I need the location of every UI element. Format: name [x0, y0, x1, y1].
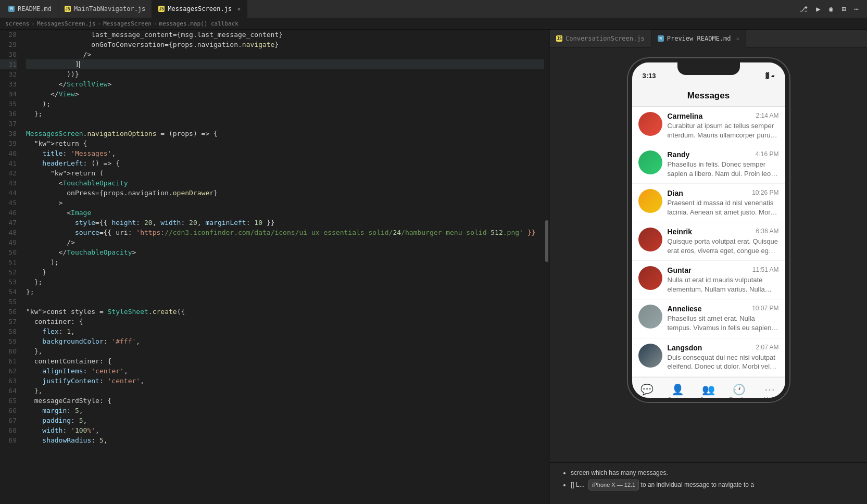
msg-time-5: 10:07 PM: [752, 305, 778, 313]
tab-preview-readme[interactable]: M Preview README.md ✕: [651, 30, 746, 48]
code-content: 2829303132333435363738394041424344454647…: [0, 30, 549, 504]
avatar-2: [638, 189, 662, 213]
code-line-66: margin: 5,: [26, 406, 544, 415]
bullet-2: [] L... iPhone X — 12.1 to an individual…: [571, 480, 857, 490]
conversation-tab-label: ConversationScreen.js: [566, 35, 645, 42]
tab-readme-label: README.md: [18, 5, 52, 12]
code-line-56: "kw">const styles = StyleSheet.create({: [26, 307, 544, 317]
code-line-28: last_message_content={msg.last_message_c…: [26, 30, 544, 40]
code-line-30: />: [26, 49, 544, 59]
code-line-60: },: [26, 346, 544, 356]
tab-readme[interactable]: M README.md: [2, 0, 58, 18]
code-line-57: container: {: [26, 317, 544, 326]
msg-preview-1: Phasellus in felis. Donec semper sapien …: [668, 160, 779, 178]
msg-time-3: 6:36 AM: [756, 228, 778, 236]
msg-time-4: 11:51 AM: [752, 266, 779, 274]
code-line-48: source={{ uri: 'https://cdn3.iconfinder.…: [26, 228, 544, 237]
main-area: 2829303132333435363738394041424344454647…: [0, 30, 867, 504]
split-action[interactable]: ⊞: [839, 4, 848, 14]
message-item-5[interactable]: Anneliese10:07 PMPhasellus sit amet erat…: [632, 299, 785, 338]
message-item-4[interactable]: Guntar11:51 AMNulla ut erat id mauris vu…: [632, 261, 785, 299]
code-line-40: title: 'Messages',: [26, 148, 544, 158]
bottom-bullets: screen which has many messages. [] L... …: [560, 468, 857, 490]
code-line-55: [26, 297, 544, 307]
code-line-41: headerLeft: () => {: [26, 158, 544, 168]
preview-readme-close[interactable]: ✕: [736, 35, 740, 42]
code-line-52: }: [26, 267, 544, 277]
tab-conversation[interactable]: JS ConversationScreen.js: [550, 30, 651, 48]
message-item-3[interactable]: Heinrik6:36 AMQuisque porta volutpat era…: [632, 222, 785, 261]
tab-messages-close[interactable]: ✕: [237, 5, 241, 12]
play-action[interactable]: ▶: [814, 4, 822, 14]
phone-header: Messages: [632, 89, 785, 107]
nav-icon-2: 👥: [702, 383, 715, 396]
nav-icon-1: 👤: [671, 383, 684, 396]
phone-title: Messages: [687, 91, 730, 100]
code-line-34: </View>: [26, 89, 544, 99]
code-line-46: <Image: [26, 208, 544, 218]
code-line-64: },: [26, 386, 544, 396]
message-item-2[interactable]: Dian10:26 PMPraesent id massa id nisl ve…: [632, 184, 785, 222]
code-line-38: MessagesScreen.navigationOptions = (prop…: [26, 129, 544, 138]
line-numbers: 2829303132333435363738394041424344454647…: [0, 30, 22, 504]
message-item-1[interactable]: Randy4:16 PMPhasellus in felis. Donec se…: [632, 145, 785, 184]
nav-label-0: ages: [642, 397, 653, 402]
code-line-63: justifyContent: 'center',: [26, 376, 544, 386]
code-line-43: <TouchableOpacity: [26, 178, 544, 188]
msg-preview-3: Quisque porta volutpat erat. Quisque era…: [668, 237, 779, 255]
code-line-68: width: '100%',: [26, 425, 544, 435]
code-lines[interactable]: last_message_content={msg.last_message_c…: [22, 30, 544, 504]
nav-item-4[interactable]: ⋯More: [755, 383, 785, 402]
preview-action[interactable]: ◉: [827, 4, 835, 14]
nav-label-1: Contacts: [668, 397, 688, 402]
nav-item-2[interactable]: 👥Groups: [693, 383, 724, 402]
msg-name-0: Carmelina: [668, 112, 703, 120]
settings-action[interactable]: ⋯: [852, 4, 861, 14]
nav-item-3[interactable]: 🕐Timeline: [724, 383, 755, 402]
phone-notch: [677, 62, 740, 75]
phone-body: Carmelina2:14 AMCurabitur at ipsum ac te…: [632, 107, 785, 377]
msg-name-1: Randy: [668, 150, 690, 159]
code-line-61: contentContainer: {: [26, 356, 544, 366]
nav-label-2: Groups: [700, 397, 717, 402]
msg-preview-6: Duis consequat dui nec nisi volutpat ele…: [668, 353, 779, 371]
nav-icon-0: 💬: [640, 383, 654, 396]
msg-preview-5: Phasellus sit amet erat. Nulla tempus. V…: [668, 314, 779, 332]
message-item-0[interactable]: Carmelina2:14 AMCurabitur at ipsum ac te…: [632, 107, 785, 145]
scrollbar-thumb: [545, 220, 548, 262]
branch-action[interactable]: ⎇: [797, 4, 810, 14]
tab-messages-label: MessagesScreen.js: [168, 5, 232, 12]
phone-notch-area: 3:13 ▓ ▰: [632, 62, 785, 89]
msg-name-4: Guntar: [668, 266, 692, 274]
message-item-6[interactable]: Langsdon2:07 AMDuis consequat dui nec ni…: [632, 338, 785, 377]
code-line-47: style={{ height: 20, width: 20, marginLe…: [26, 218, 544, 228]
code-line-62: alignItems: 'center',: [26, 366, 544, 376]
msg-name-5: Anneliese: [668, 305, 702, 313]
code-line-35: );: [26, 99, 544, 109]
bottom-panel: screen which has many messages. [] L... …: [550, 462, 867, 504]
msg-name-2: Dian: [668, 189, 683, 197]
nav-icon-3: 🕐: [733, 383, 746, 396]
tab-maintab[interactable]: JS MainTabNavigator.js: [58, 0, 152, 18]
msg-name-3: Heinrik: [668, 228, 692, 236]
breadcrumb-method: messages.map() callback: [159, 20, 238, 27]
avatar-6: [638, 344, 662, 368]
code-line-39: "kw">return {: [26, 138, 544, 148]
nav-label-4: More: [764, 397, 776, 402]
msg-preview-4: Nulla ut erat id mauris vulputate elemen…: [668, 275, 779, 294]
code-line-69: shadowRadius: 5,: [26, 435, 544, 445]
nav-item-1[interactable]: 👤Contacts: [662, 383, 693, 402]
editor-scrollbar[interactable]: [544, 30, 549, 504]
nav-item-0[interactable]: 💬ages: [632, 383, 663, 402]
right-panel: JS ConversationScreen.js M Preview READM…: [549, 30, 867, 504]
code-editor[interactable]: 2829303132333435363738394041424344454647…: [0, 30, 549, 504]
phone-status: ▓ ▰: [765, 72, 774, 79]
code-line-49: />: [26, 237, 544, 247]
right-panel-tabs: JS ConversationScreen.js M Preview READM…: [550, 30, 867, 48]
tab-maintab-label: MainTabNavigator.js: [74, 5, 145, 12]
code-line-31: ]: [26, 59, 544, 69]
breadcrumb-file: MessagesScreen.js: [37, 20, 96, 27]
messages-icon: JS: [158, 6, 165, 12]
code-line-32: ))}: [26, 69, 544, 79]
tab-messages[interactable]: JS MessagesScreen.js ✕: [152, 0, 247, 18]
